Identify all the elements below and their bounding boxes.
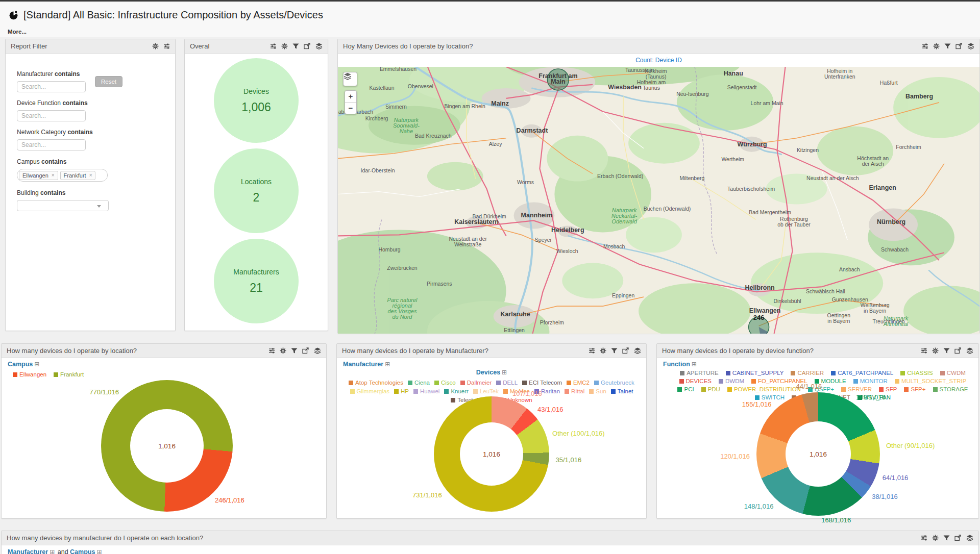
legend-item[interactable]: Glimmerglas: [350, 388, 390, 395]
filter-icon[interactable]: [291, 347, 298, 354]
group-field-manufacturer[interactable]: Manufacturer: [8, 548, 48, 554]
legend-item[interactable]: DELL: [496, 379, 518, 386]
legend-item[interactable]: Ciena: [408, 379, 430, 386]
legend-item[interactable]: CABINET_SUPPLY: [726, 369, 784, 376]
display-options-icon[interactable]: [921, 535, 927, 541]
layers-icon[interactable]: [314, 347, 321, 354]
legend-item[interactable]: SERVER: [841, 386, 872, 393]
settings-icon[interactable]: [280, 347, 286, 354]
display-options-icon[interactable]: [268, 347, 275, 354]
legend-item[interactable]: MULTI_SOCKET_STRIP: [895, 377, 967, 385]
legend-label: ECI Telecom: [529, 379, 562, 386]
layers-icon[interactable]: [967, 43, 974, 49]
expand-icon[interactable]: ⊞: [692, 361, 697, 368]
legend-item[interactable]: Atop Technologies: [349, 379, 403, 386]
filter-icon[interactable]: [943, 535, 950, 541]
settings-icon[interactable]: [152, 43, 159, 49]
field-label: Network Category contains: [17, 129, 93, 136]
legend-item[interactable]: Sun: [589, 388, 606, 395]
display-options-icon[interactable]: [270, 43, 277, 49]
expand-icon[interactable]: ⊞: [502, 369, 507, 376]
legend-item[interactable]: Cisco: [434, 379, 456, 386]
legend-item[interactable]: MONITOR: [853, 377, 888, 385]
legend-item[interactable]: Frankfurt: [54, 371, 84, 378]
campus-tag-input[interactable]: Ellwangen× Frankfurt×: [17, 169, 108, 182]
display-options-icon[interactable]: [589, 347, 595, 354]
filter-icon[interactable]: [611, 347, 618, 354]
expand-icon[interactable]: ⊞: [34, 361, 39, 368]
filter-icon[interactable]: [943, 347, 950, 354]
legend-item[interactable]: PCI: [677, 386, 694, 393]
map-layers-control[interactable]: [343, 72, 357, 86]
display-options-icon[interactable]: [921, 347, 927, 354]
legend-item[interactable]: DEVICES: [679, 377, 712, 385]
campus-tag-ellwangen[interactable]: Ellwangen×: [19, 171, 58, 180]
export-icon[interactable]: [954, 535, 962, 541]
group-field-campus[interactable]: Campus⊞: [8, 361, 39, 368]
filter-icon[interactable]: [292, 43, 299, 49]
reset-button[interactable]: Reset: [95, 76, 122, 87]
legend-item[interactable]: CAT6_PATCHPANEL: [831, 369, 893, 376]
legend-item[interactable]: CARRIER: [791, 369, 824, 376]
export-icon[interactable]: [954, 347, 962, 354]
legend-item[interactable]: CHASSIS: [900, 369, 933, 376]
legend-item[interactable]: Dallmeier: [460, 379, 492, 386]
export-icon[interactable]: [302, 347, 309, 354]
legend-swatch: [444, 389, 449, 394]
legend-swatch: [496, 381, 501, 385]
settings-icon[interactable]: [600, 347, 606, 354]
value-field-devices[interactable]: Devices⊞: [337, 369, 646, 376]
device-function-search-input[interactable]: [17, 110, 86, 121]
legend-item[interactable]: CWDM: [940, 369, 966, 376]
settings-icon[interactable]: [281, 43, 288, 49]
more-link[interactable]: More...: [8, 29, 27, 35]
legend-item[interactable]: Ellwangen: [13, 371, 46, 378]
settings-icon[interactable]: [932, 535, 939, 541]
expand-icon[interactable]: ⊞: [96, 548, 102, 554]
group-field-campus[interactable]: Campus: [70, 548, 95, 554]
campus-tag-frankfurt[interactable]: Frankfurt×: [60, 171, 96, 180]
layers-icon[interactable]: [966, 535, 973, 541]
layers-icon[interactable]: [634, 347, 641, 354]
group-field-function[interactable]: Function⊞: [663, 361, 697, 368]
legend-item[interactable]: Huawei: [413, 388, 439, 395]
display-options-icon[interactable]: [922, 43, 928, 49]
legend-item[interactable]: ECI Telecom: [522, 379, 562, 386]
remove-tag-icon[interactable]: ×: [52, 172, 55, 178]
legend-item[interactable]: SFP: [879, 386, 897, 393]
legend-item[interactable]: HP: [394, 388, 409, 395]
map-zoom-in-button[interactable]: +: [345, 91, 356, 102]
manufacturer-search-input[interactable]: [17, 81, 86, 92]
expand-icon[interactable]: ⊞: [50, 548, 55, 554]
map-panel: Hoy Many Devices do I operate by locatio…: [337, 39, 980, 334]
legend-item[interactable]: EMC2: [567, 379, 590, 386]
settings-icon[interactable]: [932, 347, 939, 354]
filter-icon[interactable]: [944, 43, 951, 49]
legend-item[interactable]: Knuerr: [444, 388, 469, 395]
export-icon[interactable]: [955, 43, 963, 49]
map-label: Mosbach: [603, 244, 625, 249]
legend-item[interactable]: Rittal: [565, 388, 584, 395]
expand-icon[interactable]: ⊞: [385, 361, 390, 368]
map[interactable]: 246 Frankfurt amMainWiesbadenMainzHanauD…: [338, 67, 979, 334]
legend-item[interactable]: LeuTek: [473, 388, 499, 395]
map-zoom-out-button[interactable]: −: [345, 103, 356, 114]
building-select[interactable]: [17, 200, 109, 211]
display-options-icon[interactable]: [163, 43, 170, 49]
legend-item[interactable]: PDU: [701, 386, 720, 393]
group-field-manufacturer[interactable]: Manufacturer⊞: [343, 361, 390, 368]
legend-item[interactable]: APERTURE: [680, 369, 718, 376]
legend-item[interactable]: POWER_DISTRIBUTION: [727, 386, 801, 393]
layers-icon[interactable]: [315, 43, 323, 49]
settings-icon[interactable]: [933, 43, 940, 49]
legend-item[interactable]: Geutebrueck: [594, 379, 634, 386]
network-category-search-input[interactable]: [17, 139, 86, 150]
legend-item[interactable]: DWDM: [719, 377, 744, 385]
legend-item[interactable]: SFP+: [904, 386, 925, 393]
remove-tag-icon[interactable]: ×: [89, 172, 92, 178]
legend-item[interactable]: STORAGE: [933, 386, 968, 393]
layers-icon[interactable]: [966, 347, 973, 354]
export-icon[interactable]: [622, 347, 629, 354]
export-icon[interactable]: [304, 43, 311, 49]
legend-item[interactable]: Tainet: [611, 388, 633, 395]
